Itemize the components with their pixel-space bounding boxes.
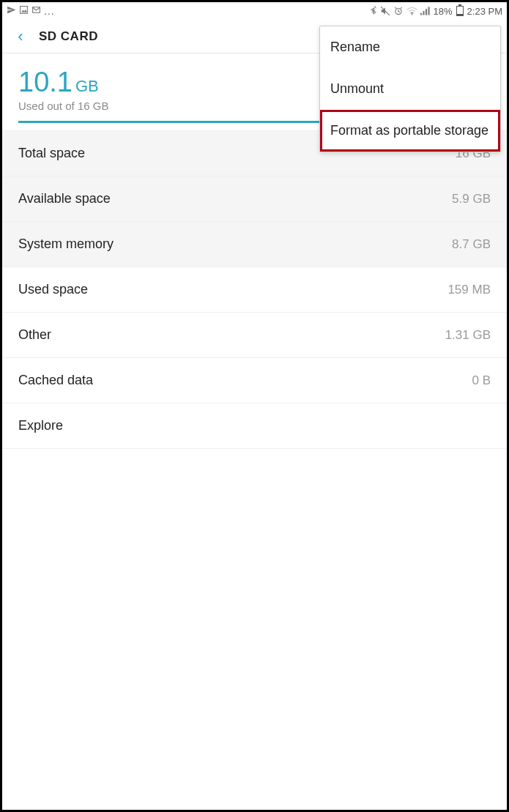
wifi-icon xyxy=(406,7,417,15)
svg-rect-7 xyxy=(423,11,424,15)
status-bar: ... 18% 2:23 PM xyxy=(2,2,507,20)
overflow-menu: Rename Unmount Format as portable storag… xyxy=(319,26,501,152)
row-used-space[interactable]: Used space 159 MB xyxy=(2,267,507,313)
row-label: Cached data xyxy=(18,373,93,388)
battery-icon xyxy=(456,6,464,16)
clock-time: 2:23 PM xyxy=(467,6,502,17)
row-system-memory: System memory 8.7 GB xyxy=(2,222,507,267)
signal-icon xyxy=(420,7,431,15)
row-value: 8.7 GB xyxy=(452,237,491,252)
row-value: 1.31 GB xyxy=(445,328,491,343)
row-label: Available space xyxy=(18,191,111,206)
alarm-icon xyxy=(393,6,404,16)
row-label: System memory xyxy=(18,236,114,252)
row-available-space: Available space 5.9 GB xyxy=(2,176,507,222)
svg-marker-1 xyxy=(21,10,27,12)
storage-details-list: Total space 16 GB Available space 5.9 GB… xyxy=(2,131,507,449)
svg-rect-9 xyxy=(428,7,429,15)
row-label: Other xyxy=(18,327,51,343)
more-notifications-icon: ... xyxy=(44,5,55,17)
bluetooth-icon xyxy=(370,6,377,16)
row-label: Explore xyxy=(18,418,63,433)
menu-item-rename[interactable]: Rename xyxy=(320,26,500,68)
svg-rect-8 xyxy=(426,9,427,15)
row-label: Total space xyxy=(18,146,85,161)
menu-item-format-portable[interactable]: Format as portable storage xyxy=(320,110,500,152)
used-amount-unit: GB xyxy=(75,77,99,95)
page-title: SD CARD xyxy=(39,29,98,44)
row-value: 0 B xyxy=(472,373,491,388)
row-cached-data[interactable]: Cached data 0 B xyxy=(2,358,507,403)
mute-icon xyxy=(380,6,390,16)
row-value: 159 MB xyxy=(447,283,491,297)
svg-point-5 xyxy=(411,13,412,15)
mail-icon xyxy=(31,5,41,17)
back-icon[interactable]: ‹ xyxy=(10,27,31,46)
svg-rect-0 xyxy=(21,7,28,14)
menu-item-unmount[interactable]: Unmount xyxy=(320,68,500,110)
row-explore[interactable]: Explore xyxy=(2,403,507,449)
used-amount-value: 10.1 xyxy=(18,67,73,97)
image-icon xyxy=(19,5,29,17)
row-value: 5.9 GB xyxy=(452,192,491,206)
battery-percent: 18% xyxy=(434,6,453,17)
send-icon xyxy=(7,5,16,17)
row-label: Used space xyxy=(18,282,88,297)
row-other[interactable]: Other 1.31 GB xyxy=(2,313,507,358)
svg-rect-6 xyxy=(420,13,422,15)
